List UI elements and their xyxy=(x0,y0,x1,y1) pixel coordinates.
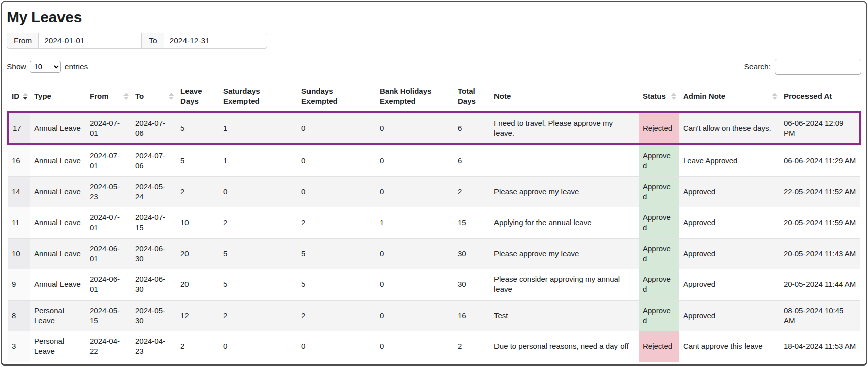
cell-saturdays-exempted: 2 xyxy=(219,300,297,331)
cell-status: Approved xyxy=(639,207,679,239)
cell-to: 2024-07-06 xyxy=(131,144,176,176)
cell-to: 2024-05-30 xyxy=(131,300,176,331)
table-row[interactable]: 11Annual Leave2024-07-012024-07-15102211… xyxy=(8,207,860,239)
page-title: My Leaves xyxy=(7,9,861,26)
to-date-input[interactable] xyxy=(164,33,267,49)
entries-label: entries xyxy=(65,62,88,71)
cell-from: 2024-04-22 xyxy=(86,331,131,362)
sort-icon xyxy=(123,93,129,100)
sort-icon xyxy=(671,93,676,100)
search-input[interactable] xyxy=(775,59,861,75)
cell-admin-note: Approved xyxy=(679,300,780,331)
cell-type: Personal Leave xyxy=(30,300,86,331)
column-header-id[interactable]: ID xyxy=(8,82,30,112)
show-entries-control: Show 10 entries xyxy=(7,61,88,73)
cell-bank-holidays-exempted: 0 xyxy=(376,176,454,207)
table-row[interactable]: 3Personal Leave2024-04-222024-04-2320002… xyxy=(8,331,860,362)
cell-processed-at: 08-05-2024 10:45 AM xyxy=(780,300,860,331)
cell-type: Annual Leave xyxy=(30,269,86,301)
cell-bank-holidays-exempted: 0 xyxy=(376,238,454,269)
column-label: Bank Holidays Exempted xyxy=(380,87,431,105)
cell-id: 17 xyxy=(8,112,30,145)
column-label: Total Days xyxy=(458,87,476,105)
column-header-status[interactable]: Status xyxy=(639,82,679,112)
column-header-type: Type xyxy=(30,82,86,112)
from-date-input[interactable] xyxy=(38,33,142,49)
cell-to: 2024-06-30 xyxy=(131,269,176,301)
cell-leave-days: 5 xyxy=(176,144,219,176)
app-window: My Leaves From To Show 10 entries Search… xyxy=(1,1,867,366)
page-size-select[interactable]: 10 xyxy=(30,61,61,73)
column-header-from[interactable]: From xyxy=(86,82,131,112)
cell-processed-at: 06-06-2024 11:29 AM xyxy=(780,144,860,176)
cell-note: Please approve my leave xyxy=(490,238,639,269)
table-row[interactable]: 10Annual Leave2024-06-012024-06-30205503… xyxy=(8,238,860,269)
cell-bank-holidays-exempted: 0 xyxy=(376,331,454,362)
table-row[interactable]: 17Annual Leave2024-07-012024-07-0651006I… xyxy=(8,112,860,145)
cell-leave-days: 10 xyxy=(176,207,219,239)
column-label: Saturdays Exempted xyxy=(223,87,260,105)
cell-type: Annual Leave xyxy=(30,238,86,269)
cell-from: 2024-06-01 xyxy=(86,238,131,269)
cell-processed-at: 20-05-2024 11:59 AM xyxy=(780,207,860,239)
cell-id: 8 xyxy=(8,300,30,331)
cell-total-days: 30 xyxy=(454,269,490,301)
column-label: Leave Days xyxy=(180,87,202,105)
cell-processed-at: 20-05-2024 11:44 AM xyxy=(780,269,860,301)
cell-id: 3 xyxy=(8,331,30,362)
cell-to: 2024-07-15 xyxy=(131,207,176,239)
cell-from: 2024-07-01 xyxy=(86,207,131,239)
table-toolbar: Show 10 entries Search: xyxy=(7,59,861,75)
cell-status: Approved xyxy=(639,176,679,207)
cell-from: 2024-06-01 xyxy=(86,269,131,301)
to-date-label: To xyxy=(142,33,164,49)
cell-type: Annual Leave xyxy=(30,176,86,207)
cell-sundays-exempted: 0 xyxy=(297,176,376,207)
cell-from: 2024-05-23 xyxy=(86,176,131,207)
sort-icon xyxy=(23,93,28,100)
cell-total-days: 15 xyxy=(454,207,490,239)
column-header-saturdays-exempted: Saturdays Exempted xyxy=(219,82,297,112)
cell-note: Due to personal reasons, need a day off xyxy=(490,331,639,362)
column-label: Sundays Exempted xyxy=(301,87,338,105)
cell-sundays-exempted: 5 xyxy=(297,238,376,269)
cell-sundays-exempted: 2 xyxy=(297,300,376,331)
column-header-processed-at: Processed At xyxy=(780,82,860,112)
cell-admin-note: Approved xyxy=(679,176,780,207)
cell-id: 16 xyxy=(8,144,30,176)
cell-total-days: 6 xyxy=(454,112,490,145)
column-label: Status xyxy=(643,92,666,100)
cell-admin-note: Approved xyxy=(679,207,780,239)
column-header-admin-note[interactable]: Admin Note xyxy=(679,82,780,112)
cell-note: Please approve my leave xyxy=(490,176,639,207)
leaves-table: IDTypeFromToLeave DaysSaturdays Exempted… xyxy=(7,82,861,362)
table-row[interactable]: 14Annual Leave2024-05-232024-05-2420002P… xyxy=(8,176,860,207)
cell-leave-days: 2 xyxy=(176,331,219,362)
cell-processed-at: 20-05-2024 11:43 AM xyxy=(780,238,860,269)
cell-saturdays-exempted: 1 xyxy=(219,112,297,145)
table-row[interactable]: 9Annual Leave2024-06-012024-06-302055030… xyxy=(8,269,860,301)
cell-type: Personal Leave xyxy=(30,331,86,362)
cell-id: 9 xyxy=(8,269,30,301)
column-header-note: Note xyxy=(490,82,639,112)
cell-bank-holidays-exempted: 0 xyxy=(376,144,454,176)
column-label: From xyxy=(90,92,109,100)
column-header-to[interactable]: To xyxy=(131,82,176,112)
cell-processed-at: 18-04-2024 11:53 AM xyxy=(780,331,860,362)
column-label: To xyxy=(135,92,144,100)
cell-admin-note: Leave Approved xyxy=(679,144,780,176)
cell-processed-at: 06-06-2024 12:09 PM xyxy=(780,112,860,145)
cell-sundays-exempted: 0 xyxy=(297,331,376,362)
cell-note: Please consider approving my annual leav… xyxy=(490,269,639,301)
search-control: Search: xyxy=(744,59,861,75)
table-row[interactable]: 16Annual Leave2024-07-012024-07-0651006A… xyxy=(8,144,860,176)
table-row[interactable]: 8Personal Leave2024-05-152024-05-3012220… xyxy=(8,300,860,331)
cell-sundays-exempted: 2 xyxy=(297,207,376,239)
cell-saturdays-exempted: 5 xyxy=(219,238,297,269)
cell-to: 2024-04-23 xyxy=(131,331,176,362)
show-label: Show xyxy=(7,62,26,71)
column-label: ID xyxy=(12,92,19,100)
cell-id: 10 xyxy=(8,238,30,269)
cell-from: 2024-07-01 xyxy=(86,144,131,176)
cell-note xyxy=(490,144,639,176)
